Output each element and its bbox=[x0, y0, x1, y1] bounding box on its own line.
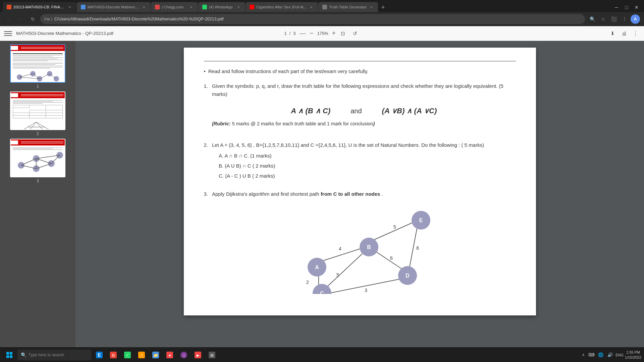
taskbar-app-8[interactable]: ▶ bbox=[191, 348, 205, 362]
search-placeholder: Type here to search bbox=[29, 353, 64, 357]
taskbar-app-9[interactable]: ⊞ bbox=[205, 348, 219, 362]
svg-rect-26 bbox=[6, 352, 9, 355]
edge-be bbox=[369, 222, 414, 242]
q2-sub-items: A. A ∩ B ∩ C. (1 marks) B. (A U B) ∩ C (… bbox=[212, 152, 516, 180]
new-tab-button[interactable]: + bbox=[378, 3, 388, 12]
tab-2-favicon bbox=[81, 5, 86, 9]
taskbar-search[interactable]: 🔍 Type here to search bbox=[17, 350, 91, 360]
thumbnail-1[interactable]: 1 bbox=[3, 44, 73, 89]
svg-text:✓: ✓ bbox=[126, 353, 129, 358]
chevron-up-icon[interactable]: ∧ bbox=[582, 353, 585, 357]
clock-time: 1:55 PM bbox=[625, 350, 641, 355]
svg-text:♫: ♫ bbox=[140, 353, 143, 358]
rotate-icon[interactable]: ↺ bbox=[351, 29, 360, 38]
nav-separator: — bbox=[300, 30, 306, 37]
tab-6-close[interactable]: ✕ bbox=[369, 4, 374, 10]
weight-de: 8 bbox=[416, 245, 419, 251]
zoom-in-button[interactable]: + bbox=[332, 30, 336, 37]
fit-page-icon[interactable]: ⊡ bbox=[338, 29, 348, 38]
q1-rubric: (Rubric: 5 marks @ 2 marks for each trut… bbox=[212, 120, 516, 128]
address-prefix: File | bbox=[44, 17, 52, 21]
profile-avatar[interactable]: A bbox=[631, 14, 640, 24]
close-window-button[interactable]: ✕ bbox=[632, 3, 641, 12]
extensions-icon[interactable]: ⬛ bbox=[609, 14, 619, 24]
svg-rect-28 bbox=[6, 355, 9, 358]
tab-1-favicon bbox=[7, 5, 11, 9]
question-2: 2. Let A = {3, 4, 5, 6} , B={1,2,5,7,8,1… bbox=[204, 141, 516, 182]
svg-line-8 bbox=[50, 74, 56, 79]
zoom-out-button[interactable]: − bbox=[310, 30, 314, 37]
tab-5-close[interactable]: ✕ bbox=[309, 4, 314, 10]
taskbar-app-3[interactable]: ✓ bbox=[121, 348, 134, 362]
tab-4-favicon bbox=[202, 5, 207, 9]
tab-3[interactable]: | Chegg.com ✕ bbox=[151, 2, 198, 12]
taskbar-app-1[interactable]: E bbox=[93, 348, 106, 362]
svg-line-25 bbox=[36, 155, 60, 159]
tab-6-favicon bbox=[322, 5, 327, 9]
sub-a-text: A. A ∩ B ∩ C. (1 marks) bbox=[219, 152, 271, 160]
tab-3-favicon bbox=[155, 5, 160, 9]
sub-b-text: B. (A U B) ∩ C ( 2 marks) bbox=[219, 162, 275, 170]
minimize-button[interactable]: ─ bbox=[612, 3, 621, 12]
svg-line-6 bbox=[33, 74, 40, 79]
tab-2-close[interactable]: ✕ bbox=[141, 4, 147, 10]
taskbar-app-7[interactable]: ♫ bbox=[177, 348, 191, 362]
volume-icon[interactable]: 🔊 bbox=[606, 351, 614, 359]
svg-text:▶: ▶ bbox=[197, 353, 200, 357]
tab-2[interactable]: MATH503-Discrete Mathematics-... ✕ bbox=[77, 2, 151, 12]
weight-bd: 6 bbox=[390, 255, 393, 261]
star-icon[interactable]: ☆ bbox=[598, 14, 608, 24]
search-icon[interactable]: 🔍 bbox=[588, 14, 597, 24]
graph-container: 4 2 5 6 5 8 3 A bbox=[212, 203, 516, 294]
tab-5-label: Cigarettes After Sex (Full Al... bbox=[256, 5, 307, 9]
battery-icon[interactable]: ENG bbox=[615, 351, 624, 359]
thumbnail-3[interactable]: 3 bbox=[3, 139, 73, 183]
network-icon[interactable]: 🌐 bbox=[597, 351, 605, 359]
keyboard-icon[interactable]: ⌨ bbox=[587, 351, 595, 359]
pdf-viewer[interactable]: • Read and follow instructions of each p… bbox=[75, 41, 644, 347]
svg-line-11 bbox=[28, 122, 36, 130]
q1-content: Given the symbols: p, q, and r, draw the… bbox=[212, 82, 516, 133]
node-c-label: C bbox=[320, 291, 324, 294]
weight-cd: 3 bbox=[365, 288, 367, 293]
svg-text:●: ● bbox=[168, 353, 171, 358]
hamburger-menu[interactable] bbox=[4, 29, 12, 38]
page-current: 1 bbox=[284, 31, 286, 36]
thumb-1-preview bbox=[10, 44, 65, 83]
start-button[interactable] bbox=[3, 348, 16, 362]
tab-1[interactable]: 20213-MATH503-CB: FINAL EXA... ✕ bbox=[3, 2, 76, 12]
tab-4[interactable]: (4) WhatsApp ✕ bbox=[198, 2, 245, 12]
weight-ab: 4 bbox=[339, 246, 341, 251]
tab-1-close[interactable]: ✕ bbox=[67, 4, 72, 10]
reload-button[interactable]: ↻ bbox=[28, 14, 38, 24]
download-icon[interactable]: ⬇ bbox=[608, 29, 617, 38]
tab-6[interactable]: Truth Table Generator ✕ bbox=[318, 2, 378, 12]
thumb-3-preview bbox=[10, 139, 65, 177]
taskbar-app-5[interactable]: 📁 bbox=[149, 348, 162, 362]
back-button[interactable]: ← bbox=[4, 14, 13, 24]
instruction-text: Read and follow instructions of each par… bbox=[208, 67, 368, 75]
q1-math-expressions: A ∧ (B ∧ C) and (A ∨B) ∧ (A ∨C) bbox=[212, 98, 516, 120]
thumbnail-2[interactable]: 2 bbox=[3, 92, 73, 136]
svg-text:E: E bbox=[98, 352, 101, 358]
tab-4-close[interactable]: ✕ bbox=[236, 4, 241, 10]
node-b-label: B bbox=[367, 244, 371, 250]
taskbar-app-6[interactable]: ● bbox=[163, 348, 176, 362]
address-bar-input[interactable]: File | C/Users/Althawadi/Downloads/MATH5… bbox=[40, 14, 585, 24]
forward-button[interactable]: → bbox=[16, 14, 25, 24]
thumb-1-number: 1 bbox=[37, 84, 39, 89]
hamburger-line-1 bbox=[4, 31, 12, 32]
settings-icon[interactable]: ⋮ bbox=[620, 14, 629, 24]
print-icon[interactable]: 🖨 bbox=[619, 29, 629, 38]
more-options-icon[interactable]: ⋮ bbox=[631, 29, 640, 38]
system-clock[interactable]: 1:55 PM 1/15/2022 bbox=[625, 350, 641, 360]
edge-de bbox=[409, 229, 417, 269]
taskbar-app-4[interactable]: ♫ bbox=[135, 348, 148, 362]
maximize-button[interactable]: □ bbox=[622, 3, 631, 12]
q2-sub-b: B. (A U B) ∩ C ( 2 marks) bbox=[219, 162, 516, 170]
thumb-3-number: 3 bbox=[37, 179, 39, 183]
tab-5[interactable]: Cigarettes After Sex (Full Al... ✕ bbox=[246, 2, 318, 12]
taskbar-app-2[interactable]: G bbox=[107, 348, 120, 362]
svg-line-19 bbox=[21, 159, 36, 165]
tab-3-close[interactable]: ✕ bbox=[189, 4, 194, 10]
